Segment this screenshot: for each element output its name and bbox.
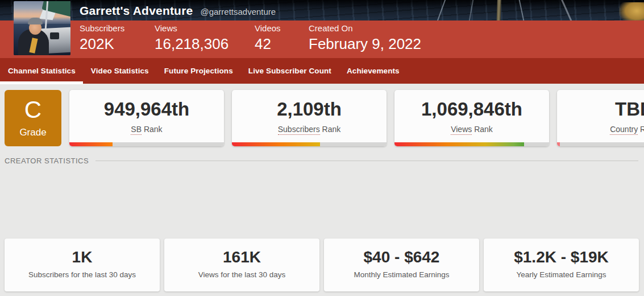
sb-rank-value: 949,964th <box>69 100 224 120</box>
country-rank-card: TBD Country Rank <box>557 90 644 146</box>
stat-label: Videos <box>255 23 309 33</box>
active-tab-underline <box>0 81 83 84</box>
creator-stats-row: 1K Subscribers for the last 30 days 161K… <box>5 239 639 291</box>
header-stat-views: Views 16,218,306 <box>155 23 255 51</box>
stat-value: February 9, 2022 <box>309 36 421 51</box>
subscribers-rank-progress-track <box>232 142 387 146</box>
section-divider <box>95 161 638 161</box>
yearly-earnings-value: $1.2K - $19K <box>484 249 639 265</box>
stat-label: Created On <box>309 23 421 33</box>
views-rank-value: 1,069,846th <box>394 100 549 120</box>
primary-nav: Channel Statistics Video Statistics Futu… <box>0 58 644 84</box>
stat-value: 16,218,306 <box>155 36 255 51</box>
header-stat-subscribers: Subscribers 202K <box>80 23 155 51</box>
creator-statistics-section-header: CREATOR STATISTICS <box>5 157 638 165</box>
monthly-earnings-card: $40 - $642 Monthly Estimated Earnings <box>324 239 479 291</box>
grade-letter: C <box>24 98 41 122</box>
main-content: C Grade 949,964th SB Rank 2,109th Subscr… <box>0 84 644 296</box>
grade-label: Grade <box>19 127 46 138</box>
socialblade-channel-page: Garrett's Adventure @garrettsadventure S… <box>0 0 644 296</box>
sb-rank-progress-track <box>69 142 224 146</box>
views-30d-value: 161K <box>164 249 319 265</box>
header-stat-created-on: Created On February 9, 2022 <box>309 23 421 51</box>
views-rank-label: Views Rank <box>394 125 549 134</box>
channel-banner: Garrett's Adventure @garrettsadventure S… <box>0 0 644 58</box>
views-rank-card: 1,069,846th Views Rank <box>394 90 549 146</box>
subscribers-30d-card: 1K Subscribers for the last 30 days <box>5 239 160 291</box>
subscribers-30d-value: 1K <box>5 249 160 265</box>
header-stat-videos: Videos 42 <box>255 23 309 51</box>
sb-rank-label: SB Rank <box>69 125 224 134</box>
tab-live-subscriber-count[interactable]: Live Subscriber Count <box>248 67 331 75</box>
tab-channel-statistics[interactable]: Channel Statistics <box>8 67 76 75</box>
header-stats: Subscribers 202K Views 16,218,306 Videos… <box>80 23 421 51</box>
country-rank-progress-fill <box>557 142 560 146</box>
sb-rank-progress-fill <box>69 142 113 146</box>
tab-achievements[interactable]: Achievements <box>347 67 400 75</box>
yearly-earnings-label: Yearly Estimated Earnings <box>484 270 639 279</box>
channel-title: Garrett's Adventure <box>80 4 193 18</box>
tab-video-statistics[interactable]: Video Statistics <box>91 67 149 75</box>
section-title: CREATOR STATISTICS <box>5 157 89 165</box>
subscribers-keyword: Subscribers <box>278 125 320 135</box>
channel-handle: @garrettsadventure <box>200 7 276 17</box>
subscribers-rank-value: 2,109th <box>232 100 387 120</box>
subscribers-30d-label: Subscribers for the last 30 days <box>5 270 160 279</box>
stat-label: Subscribers <box>80 23 155 33</box>
subscribers-rank-progress-fill <box>232 142 320 146</box>
views-30d-label: Views for the last 30 days <box>164 270 319 279</box>
yearly-earnings-card: $1.2K - $19K Yearly Estimated Earnings <box>484 239 639 291</box>
monthly-earnings-label: Monthly Estimated Earnings <box>324 270 479 279</box>
stat-value: 42 <box>255 36 309 51</box>
country-rank-label: Country Rank <box>557 125 644 134</box>
country-rank-progress-track <box>557 142 644 146</box>
views-rank-progress-track <box>394 142 549 146</box>
country-keyword: Country <box>610 125 638 135</box>
stat-label: Views <box>155 23 255 33</box>
sb-keyword: SB <box>131 125 142 135</box>
channel-avatar <box>14 1 70 55</box>
subscribers-rank-label: Subscribers Rank <box>232 125 387 134</box>
tab-future-projections[interactable]: Future Projections <box>164 67 233 75</box>
subscribers-rank-card: 2,109th Subscribers Rank <box>232 90 387 146</box>
sb-rank-card: 949,964th SB Rank <box>69 90 224 146</box>
monthly-earnings-value: $40 - $642 <box>324 249 479 265</box>
stat-value: 202K <box>80 36 155 51</box>
views-rank-progress-fill <box>394 142 524 146</box>
views-30d-card: 161K Views for the last 30 days <box>164 239 319 291</box>
country-rank-value: TBD <box>557 100 644 120</box>
channel-identity: Garrett's Adventure @garrettsadventure <box>80 4 276 18</box>
rank-cards-row: C Grade 949,964th SB Rank 2,109th Subscr… <box>5 90 644 146</box>
views-keyword: Views <box>451 125 472 135</box>
grade-card: C Grade <box>5 90 61 146</box>
